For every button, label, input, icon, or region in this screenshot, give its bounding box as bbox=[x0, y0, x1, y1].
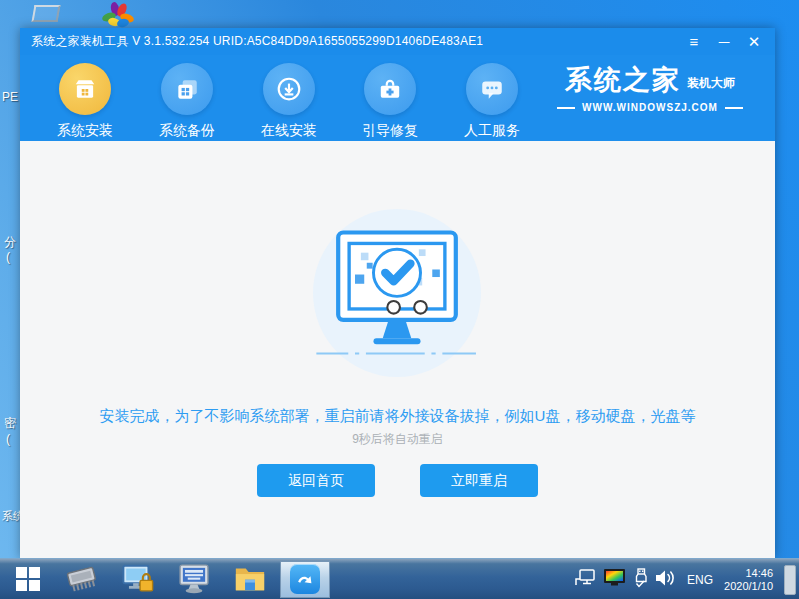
taskbar-memory-chip-icon[interactable] bbox=[60, 559, 104, 599]
restart-now-button[interactable]: 立即重启 bbox=[420, 464, 538, 497]
title-bar: 系统之家装机工具 V 3.1.532.254 URID:A5C84DD9A165… bbox=[20, 28, 775, 55]
folder-icon bbox=[233, 564, 267, 594]
nav-item-label: 引导修复 bbox=[344, 122, 436, 140]
window-title: 系统之家装机工具 V 3.1.532.254 URID:A5C84DD9A165… bbox=[20, 33, 483, 50]
back-home-button[interactable]: 返回首页 bbox=[257, 464, 375, 497]
nav-item-boot-repair[interactable]: 引导修复 bbox=[344, 63, 436, 140]
nav-item-online-install[interactable]: 在线安装 bbox=[243, 63, 335, 140]
main-content: 安装完成，为了不影响系统部署，重启前请将外接设备拔掉，例如U盘，移动硬盘，光盘等… bbox=[20, 141, 775, 558]
logo-dash-right bbox=[725, 107, 743, 109]
installer-window: 系统之家装机工具 V 3.1.532.254 URID:A5C84DD9A165… bbox=[20, 28, 775, 558]
taskbar-folder-icon[interactable] bbox=[228, 559, 272, 599]
logo-dash-left bbox=[557, 107, 575, 109]
nav-item-label: 人工服务 bbox=[446, 122, 538, 140]
desktop-label-paren2[interactable]: ( bbox=[6, 432, 10, 446]
nav-item-label: 系统安装 bbox=[39, 122, 131, 140]
button-row: 返回首页 立即重启 bbox=[20, 464, 775, 497]
success-illustration bbox=[313, 209, 481, 377]
start-button[interactable] bbox=[8, 559, 48, 599]
desktop-label-mi[interactable]: 密 bbox=[4, 415, 16, 432]
repair-toolbox-icon bbox=[364, 63, 416, 115]
taskbar: ENG 14:46 2020/1/10 bbox=[0, 558, 799, 599]
chat-bubble-icon bbox=[466, 63, 518, 115]
brand-title: 系统之家 bbox=[565, 65, 681, 95]
desktop: PE 分 ( 密 ( 系统 系统之家装机工具 V 3.1.532.254 URI… bbox=[0, 0, 799, 599]
windows-logo-icon bbox=[15, 566, 41, 592]
nav-bar: 系统安装 系统备份 bbox=[20, 55, 775, 141]
monitor-outline-icon[interactable] bbox=[32, 5, 61, 22]
system-tray: ENG 14:46 2020/1/10 bbox=[574, 559, 799, 599]
install-box-icon bbox=[59, 63, 111, 115]
monitor-checkmark-icon bbox=[313, 214, 481, 372]
download-circle-icon bbox=[263, 63, 315, 115]
menu-icon[interactable]: ≡ bbox=[683, 31, 705, 53]
color-display-icon[interactable] bbox=[603, 568, 627, 591]
language-indicator[interactable]: ENG bbox=[683, 573, 717, 587]
volume-icon[interactable] bbox=[655, 569, 676, 591]
close-icon[interactable]: ✕ bbox=[743, 31, 765, 53]
clock-time: 14:46 bbox=[724, 567, 773, 580]
desktop-label-pe[interactable]: PE bbox=[2, 90, 18, 104]
desktop-label-fen[interactable]: 分 bbox=[4, 234, 16, 251]
nav-item-system-install[interactable]: 系统安装 bbox=[39, 63, 131, 140]
nav-item-system-backup[interactable]: 系统备份 bbox=[141, 63, 233, 140]
clock[interactable]: 14:46 2020/1/10 bbox=[724, 567, 777, 593]
minimize-icon[interactable]: ─ bbox=[713, 31, 735, 53]
status-message: 安装完成，为了不影响系统部署，重启前请将外接设备拔掉，例如U盘，移动硬盘，光盘等 bbox=[20, 407, 775, 426]
clock-date: 2020/1/10 bbox=[724, 580, 773, 593]
taskbar-monitor-lock-icon[interactable] bbox=[116, 559, 160, 599]
brand-logo: 系统之家 装机大师 WWW.WINDOWSZJ.COM bbox=[541, 65, 759, 113]
memory-chip-icon bbox=[61, 560, 103, 598]
show-desktop-button[interactable] bbox=[784, 565, 796, 595]
usb-icon[interactable] bbox=[634, 568, 648, 592]
nav-item-label: 在线安装 bbox=[243, 122, 335, 140]
keyboard-monitor-icon bbox=[177, 563, 211, 595]
countdown-text: 9秒后将自动重启 bbox=[20, 431, 775, 448]
backup-copies-icon bbox=[161, 63, 213, 115]
taskbar-installer-app-active[interactable] bbox=[280, 561, 330, 598]
network-icon[interactable] bbox=[574, 568, 596, 591]
brand-url: WWW.WINDOWSZJ.COM bbox=[582, 102, 718, 113]
brand-subtitle: 装机大师 bbox=[687, 75, 735, 95]
desktop-label-paren1[interactable]: ( bbox=[6, 250, 10, 264]
nav-item-label: 系统备份 bbox=[141, 122, 233, 140]
installer-app-icon bbox=[290, 564, 320, 594]
taskbar-keyboard-monitor-icon[interactable] bbox=[172, 559, 216, 599]
nav-item-human-service[interactable]: 人工服务 bbox=[446, 63, 538, 140]
monitor-lock-icon bbox=[121, 563, 155, 595]
